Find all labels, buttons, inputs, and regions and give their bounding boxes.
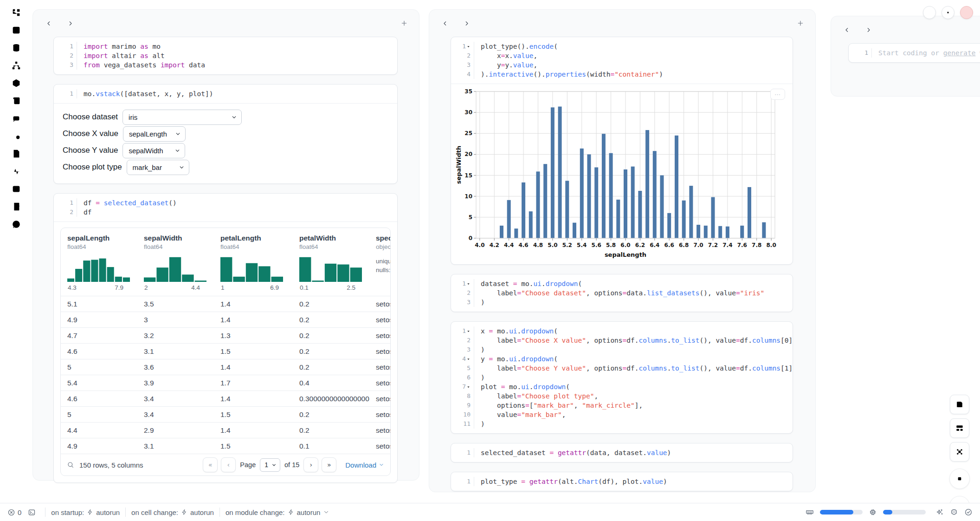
column-scroll-right-icon[interactable] bbox=[65, 19, 75, 28]
menu-button[interactable] bbox=[923, 6, 936, 19]
last-page-button[interactable]: » bbox=[322, 457, 336, 472]
stop-button[interactable] bbox=[949, 469, 970, 489]
keyboard-shortcuts-button[interactable] bbox=[950, 442, 969, 462]
page-select[interactable]: 1 bbox=[260, 458, 280, 472]
column-name: sepalWidth bbox=[144, 234, 214, 242]
table-cell: 0.2 bbox=[293, 300, 369, 308]
table-row: 4.73.21.30.2setosa bbox=[61, 327, 390, 343]
table-row: 53.41.50.2setosa bbox=[61, 406, 390, 422]
chart-menu-button[interactable]: ⋯ bbox=[770, 89, 785, 100]
code-editor-dataframe[interactable]: 1df = selected_dataset()2df bbox=[54, 194, 397, 221]
code-editor-imports[interactable]: 1import marimo as mo2import altair as al… bbox=[54, 37, 397, 74]
code-editor-vstack[interactable]: 1mo.vstack([dataset, x, y, plot]) bbox=[54, 85, 397, 103]
terminal-button[interactable] bbox=[28, 508, 36, 516]
column-scroll-left-icon[interactable] bbox=[842, 25, 851, 34]
file-tree-icon[interactable] bbox=[11, 7, 22, 19]
run-mode-1[interactable]: on startup:autorun bbox=[51, 508, 120, 516]
notebook-icon[interactable] bbox=[11, 202, 22, 213]
shutdown-button[interactable] bbox=[960, 6, 973, 19]
download-button[interactable]: Download bbox=[345, 461, 384, 469]
svg-text:sepalLength: sepalLength bbox=[605, 251, 646, 258]
table-cell: 2.9 bbox=[137, 426, 214, 435]
altair-bar-chart[interactable]: 4.04.24.44.64.85.05.25.45.65.86.06.26.46… bbox=[451, 84, 793, 264]
prev-page-button[interactable]: ‹ bbox=[221, 457, 236, 472]
column-dtype: object bbox=[376, 243, 390, 250]
table-row: 4.63.41.40.30000000000000004setosa bbox=[61, 391, 390, 406]
column-header-petalWidth[interactable]: petalWidthfloat640.12.5 bbox=[293, 228, 369, 296]
column-scroll-left-icon[interactable] bbox=[44, 19, 53, 28]
svg-text:7.8: 7.8 bbox=[752, 242, 761, 248]
line-number: 3 bbox=[54, 60, 77, 70]
code-editor-new-cell[interactable]: 1Start coding or generate with AI bbox=[849, 44, 980, 62]
line-number: 5 bbox=[451, 364, 474, 373]
documentation-icon[interactable] bbox=[11, 149, 22, 160]
fold-chevron-icon[interactable] bbox=[466, 282, 471, 286]
column-1-header bbox=[33, 10, 419, 30]
connection-status-icon[interactable] bbox=[964, 508, 973, 516]
window-buttons bbox=[923, 6, 973, 19]
help-icon[interactable] bbox=[11, 219, 22, 230]
table-cell: 4.9 bbox=[61, 442, 137, 450]
layout-button[interactable] bbox=[950, 418, 969, 438]
row-count-summary: 150 rows, 5 columns bbox=[79, 461, 143, 469]
column-header-sepalWidth[interactable]: sepalWidthfloat6424.4 bbox=[137, 228, 214, 296]
line-number: 1 bbox=[54, 89, 77, 98]
snippets-icon[interactable] bbox=[11, 184, 22, 195]
code-editor-plot[interactable]: 1plot_type().encode(2 x=x.value,3 y=y.va… bbox=[451, 37, 793, 84]
first-page-button[interactable]: « bbox=[203, 457, 218, 472]
column-header-species[interactable]: speciesobjectunique:nulls: bbox=[369, 228, 390, 296]
column-scroll-left-icon[interactable] bbox=[440, 19, 450, 28]
svg-text:sepalWidth: sepalWidth bbox=[455, 146, 462, 184]
code-editor-xy-plot-dropdowns[interactable]: 1x = mo.ui.dropdown(2 label="Choose X va… bbox=[451, 322, 793, 433]
table-cell: setosa bbox=[369, 426, 390, 435]
fold-chevron-icon[interactable] bbox=[466, 357, 471, 361]
settings-button[interactable] bbox=[941, 6, 954, 19]
column-header-petalLength[interactable]: petalLengthfloat6416.9 bbox=[214, 228, 293, 296]
run-mode-value: autorun bbox=[297, 508, 321, 516]
svg-text:35: 35 bbox=[464, 88, 472, 95]
dropdown-value: iris bbox=[129, 113, 137, 121]
add-cell-button[interactable] bbox=[796, 19, 805, 28]
dependency-graph-icon[interactable] bbox=[11, 60, 22, 72]
svg-text:10: 10 bbox=[464, 193, 472, 200]
functions-icon[interactable] bbox=[11, 25, 22, 36]
scratchpad-icon[interactable] bbox=[11, 96, 22, 107]
fold-chevron-icon[interactable] bbox=[466, 385, 471, 389]
fold-chevron-icon[interactable] bbox=[466, 329, 471, 333]
errors-chip[interactable]: 0 bbox=[7, 508, 21, 516]
chevron-down-icon bbox=[174, 148, 181, 154]
next-page-button[interactable]: › bbox=[303, 457, 318, 472]
chat-icon[interactable] bbox=[11, 113, 22, 124]
copilot-icon[interactable] bbox=[950, 508, 958, 516]
code-editor-plot-type[interactable]: 1plot_type = getattr(alt.Chart(df), plot… bbox=[451, 472, 793, 491]
table-cell: 1.7 bbox=[214, 379, 293, 387]
run-mode-2[interactable]: on cell change:autorun bbox=[131, 508, 214, 516]
dropdown-value: sepalWidth bbox=[129, 147, 163, 155]
add-cell-button[interactable] bbox=[400, 19, 409, 28]
table-cell: 0.2 bbox=[293, 426, 369, 435]
dropdown-label: Choose X value bbox=[63, 129, 118, 138]
column-3-header bbox=[831, 16, 980, 37]
code-editor-selected-dataset[interactable]: 1selected_dataset = getattr(data, datase… bbox=[451, 443, 793, 462]
svg-text:6.2: 6.2 bbox=[635, 242, 645, 248]
table-cell: 1.5 bbox=[214, 410, 293, 419]
code-editor-dataset-dropdown[interactable]: 1dataset = mo.ui.dropdown(2 label="Choos… bbox=[451, 274, 793, 312]
ai-sparkle-icon[interactable] bbox=[935, 508, 944, 516]
svg-text:25: 25 bbox=[464, 130, 472, 137]
database-icon[interactable] bbox=[11, 43, 22, 54]
run-mode-3[interactable]: on module change:autorun bbox=[226, 508, 329, 516]
column-scroll-right-icon[interactable] bbox=[462, 19, 471, 28]
column-scroll-right-icon[interactable] bbox=[864, 25, 873, 34]
packages-icon[interactable] bbox=[11, 78, 22, 89]
dropdown-select[interactable]: sepalWidth bbox=[122, 143, 185, 158]
cell-output: sepalLengthfloat644.37.9sepalWidthfloat6… bbox=[54, 228, 397, 476]
dropdown-select[interactable]: iris bbox=[122, 110, 242, 125]
fold-chevron-icon[interactable] bbox=[466, 45, 471, 49]
column-header-sepalLength[interactable]: sepalLengthfloat644.37.9 bbox=[61, 228, 137, 296]
logs-icon[interactable] bbox=[11, 131, 22, 142]
search-icon[interactable] bbox=[67, 461, 74, 469]
dropdown-select[interactable]: sepalLength bbox=[123, 126, 186, 142]
tracing-icon[interactable] bbox=[11, 166, 22, 177]
dropdown-select[interactable]: mark_bar bbox=[127, 160, 189, 175]
save-button[interactable] bbox=[950, 395, 969, 414]
